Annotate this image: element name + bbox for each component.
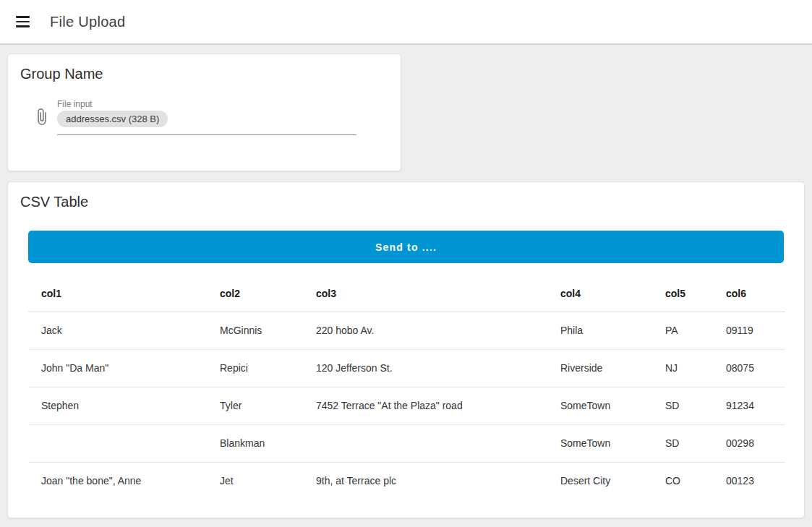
table-cell: Riverside (547, 349, 652, 387)
table-cell: John "Da Man" (28, 349, 207, 387)
csv-table-body: Send to .... col1col2col3col4col5col6 Ja… (8, 231, 804, 500)
table-cell: SomeTown (547, 424, 652, 462)
table-cell: SD (652, 424, 713, 462)
csv-table-card: CSV Table Send to .... col1col2col3col4c… (7, 181, 805, 518)
column-header: col5 (652, 275, 713, 312)
table-cell (28, 424, 207, 462)
table-header-row: col1col2col3col4col5col6 (28, 275, 785, 312)
column-header: col1 (28, 275, 207, 312)
table-cell: SomeTown (547, 387, 652, 424)
table-cell: 91234 (713, 387, 785, 424)
table-cell: Jack (28, 312, 207, 349)
table-row: Joan "the bone", AnneJet9th, at Terrace … (28, 462, 785, 500)
table-cell: McGinnis (207, 312, 303, 349)
file-input-underline (57, 134, 356, 135)
table-cell: Joan "the bone", Anne (28, 462, 207, 500)
table-cell (303, 424, 547, 462)
table-cell: Stephen (28, 387, 207, 424)
table-cell: 9th, at Terrace plc (303, 462, 547, 500)
table-cell: 00298 (713, 424, 785, 462)
table-cell: CO (652, 462, 713, 500)
table-row: JackMcGinnis220 hobo Av.PhilaPA09119 (28, 312, 785, 349)
table-cell: SD (652, 387, 713, 424)
file-input-label: File input (57, 99, 356, 109)
table-cell: Desert City (547, 462, 652, 500)
table-cell: PA (652, 312, 713, 349)
page-title: File Upload (50, 14, 125, 30)
hamburger-icon[interactable] (16, 16, 30, 27)
file-input-control: File input addresses.csv (328 B) (57, 99, 356, 135)
app-bar: File Upload (0, 0, 812, 45)
send-to-button[interactable]: Send to .... (28, 231, 784, 263)
table-row: BlankmanSomeTownSD00298 (28, 424, 785, 462)
table-cell: Blankman (207, 424, 303, 462)
table-cell: 08075 (713, 349, 785, 387)
table-cell: 09119 (713, 312, 785, 349)
file-input[interactable]: File input addresses.csv (328 B) (8, 99, 401, 135)
column-header: col2 (207, 275, 303, 312)
column-header: col4 (547, 275, 652, 312)
table-cell: 120 Jefferson St. (303, 349, 547, 387)
column-header: col3 (303, 275, 547, 312)
paperclip-icon (33, 108, 51, 126)
table-row: StephenTyler7452 Terrace "At the Plaza" … (28, 387, 785, 424)
table-body-rows: JackMcGinnis220 hobo Av.PhilaPA09119John… (28, 312, 785, 500)
table-cell: Tyler (207, 387, 303, 424)
table-cell: Repici (207, 349, 303, 387)
table-cell: 220 hobo Av. (303, 312, 547, 349)
table-cell: Jet (207, 462, 303, 500)
csv-table: col1col2col3col4col5col6 JackMcGinnis220… (28, 275, 785, 500)
csv-table-card-title: CSV Table (8, 182, 804, 210)
group-name-card: Group Name File input addresses.csv (328… (7, 53, 401, 171)
file-chip[interactable]: addresses.csv (328 B) (57, 111, 168, 127)
group-name-card-title: Group Name (8, 54, 401, 82)
table-cell: NJ (652, 349, 713, 387)
table-cell: Phila (547, 312, 652, 349)
table-cell: 7452 Terrace "At the Plaza" road (303, 387, 547, 424)
column-header: col6 (713, 275, 785, 312)
table-row: John "Da Man"Repici120 Jefferson St.Rive… (28, 349, 785, 387)
table-cell: 00123 (713, 462, 785, 500)
